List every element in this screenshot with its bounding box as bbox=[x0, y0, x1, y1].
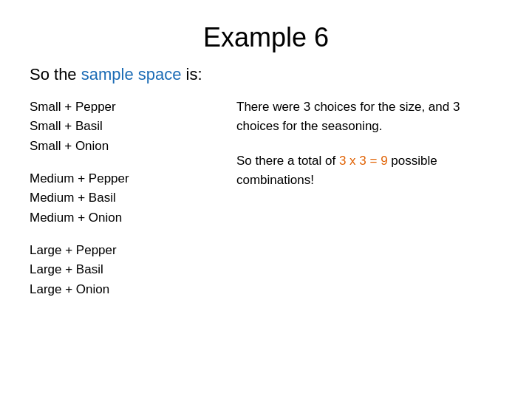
subtitle-suffix: is: bbox=[181, 65, 202, 83]
list-item: Small + Basil bbox=[30, 117, 236, 136]
list-item: Small + Onion bbox=[30, 137, 236, 156]
list-item: Medium + Onion bbox=[30, 208, 236, 228]
content-area: Small + Pepper Small + Basil Small + Oni… bbox=[30, 98, 502, 313]
info-block-2: So there a total of 3 x 3 = 9 possible c… bbox=[236, 151, 502, 191]
subtitle-prefix: So the bbox=[30, 65, 81, 83]
left-column: Small + Pepper Small + Basil Small + Oni… bbox=[30, 98, 236, 313]
list-item: Small + Pepper bbox=[30, 98, 236, 117]
subtitle-highlight: sample space bbox=[81, 65, 182, 83]
list-item: Large + Pepper bbox=[30, 241, 236, 260]
list-item: Medium + Basil bbox=[30, 188, 236, 208]
subtitle: So the sample space is: bbox=[30, 65, 502, 84]
medium-group: Medium + Pepper Medium + Basil Medium + … bbox=[30, 169, 236, 228]
info-text-1: There were 3 choices for the size, and 3… bbox=[236, 100, 460, 133]
large-group: Large + Pepper Large + Basil Large + Oni… bbox=[30, 241, 236, 299]
page: Example 6 So the sample space is: Small … bbox=[0, 0, 532, 399]
list-item: Medium + Pepper bbox=[30, 169, 236, 188]
list-item: Large + Onion bbox=[30, 280, 236, 299]
info-prefix-2: So there a total of bbox=[236, 154, 339, 168]
list-item: Large + Basil bbox=[30, 260, 236, 279]
info-highlight-2: 3 x 3 = 9 bbox=[339, 154, 388, 168]
small-group: Small + Pepper Small + Basil Small + Oni… bbox=[30, 98, 236, 156]
info-block-1: There were 3 choices for the size, and 3… bbox=[236, 98, 502, 137]
right-column: There were 3 choices for the size, and 3… bbox=[236, 98, 502, 313]
page-title: Example 6 bbox=[30, 22, 502, 53]
